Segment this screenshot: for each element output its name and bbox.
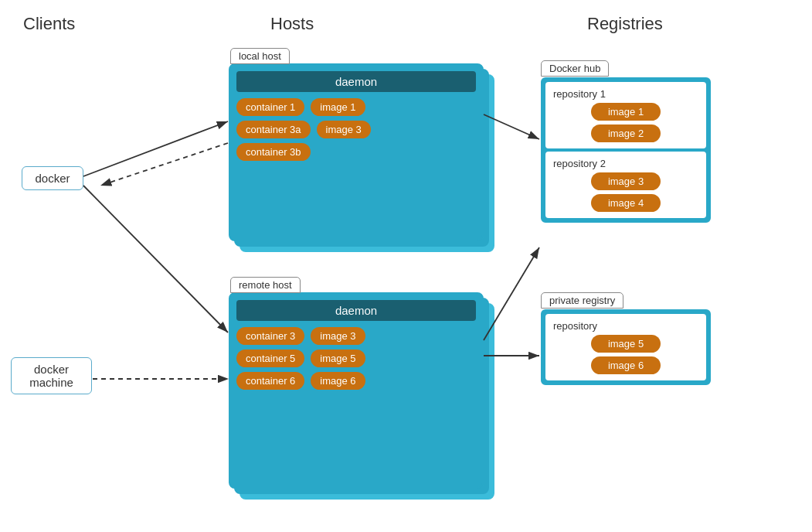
local-daemon-bar: daemon [236,71,476,92]
local-row3: container 3b [236,143,476,161]
remote-image5: image 5 [311,350,365,367]
repo2-label: repository 2 [553,158,698,169]
local-row1: container 1 image 1 [236,98,476,116]
local-container1: container 1 [236,98,304,116]
remote-image3: image 3 [311,327,365,345]
arrow-docker-to-remote-daemon [83,186,228,332]
docker-machine-client: docker machine [11,357,92,394]
docker-hub: Docker hub repository 1 image 1 image 2 … [541,77,711,223]
registries-label: Registries [587,14,663,34]
hosts-label: Hosts [270,14,314,34]
docker-hub-label: Docker hub [541,60,609,77]
hub-repo2-image3: image 3 [591,172,661,190]
remote-daemon-bar: daemon [236,300,476,321]
diagram: Clients Hosts Registries docker docker m… [0,0,812,532]
remote-image6: image 6 [311,372,365,390]
remote-container6: container 6 [236,372,304,390]
local-host-label: local host [230,48,290,64]
hub-repo1-image2: image 2 [591,124,661,142]
clients-label: Clients [23,14,75,34]
private-registry: private registry repository image 5 imag… [541,309,711,385]
hub-repo1-image1: image 1 [591,103,661,121]
local-image1: image 1 [311,98,365,116]
hub-repo2-image4: image 4 [591,194,661,212]
private-registry-label: private registry [541,292,623,309]
remote-row3: container 6 image 6 [236,372,476,390]
remote-row2: container 5 image 5 [236,350,476,367]
arrow-docker-to-local-daemon [83,121,228,176]
local-container3a: container 3a [236,121,311,138]
local-row2: container 3a image 3 [236,121,476,138]
arrow-local-to-docker-return [100,143,228,186]
private-repo-label: repository [553,320,698,332]
private-image6: image 6 [591,356,661,374]
remote-host-label: remote host [230,277,301,293]
private-image5: image 5 [591,335,661,353]
local-container3b: container 3b [236,143,311,161]
local-image3: image 3 [317,121,371,138]
docker-client: docker [22,166,83,190]
remote-container3: container 3 [236,327,304,345]
remote-container5: container 5 [236,350,304,367]
repo1-label: repository 1 [553,88,698,100]
remote-row1: container 3 image 3 [236,327,476,345]
